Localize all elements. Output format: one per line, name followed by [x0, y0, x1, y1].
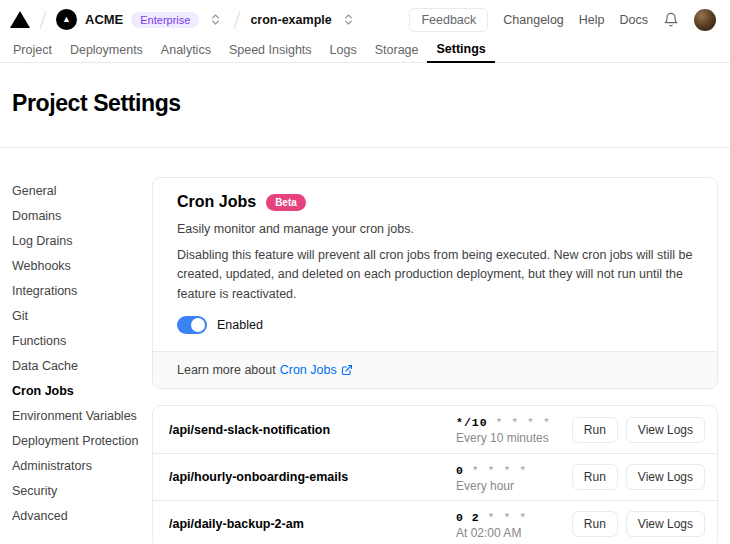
sidebar-item-functions[interactable]: Functions	[12, 329, 152, 354]
cron-expression: */10 * * * *	[456, 416, 551, 429]
cron-jobs-table: /api/send-slack-notification */10 * * * …	[152, 405, 718, 544]
cron-jobs-disable-note: Disabling this feature will prevent all …	[177, 246, 693, 304]
breadcrumb: ▲ ACME Enterprise cron-example	[10, 9, 357, 31]
tab-deployments[interactable]: Deployments	[61, 37, 152, 62]
team-avatar-icon: ▲	[56, 9, 77, 30]
enabled-toggle-row: Enabled	[177, 316, 693, 334]
view-logs-button[interactable]: View Logs	[626, 464, 705, 490]
notifications-bell-icon[interactable]	[663, 12, 679, 28]
table-row: /api/send-slack-notification */10 * * * …	[153, 406, 717, 453]
cron-job-path: /api/hourly-onboarding-emails	[169, 470, 456, 484]
help-link[interactable]: Help	[579, 13, 605, 27]
cron-job-schedule: */10 * * * * Every 10 minutes	[456, 414, 572, 445]
breadcrumb-slash	[37, 9, 49, 31]
top-bar: ▲ ACME Enterprise cron-example Feedback …	[0, 0, 730, 37]
user-avatar[interactable]	[694, 9, 716, 31]
sidebar-item-advanced[interactable]: Advanced	[12, 504, 152, 529]
view-logs-button[interactable]: View Logs	[626, 511, 705, 537]
cron-jobs-title-row: Cron Jobs Beta	[177, 193, 693, 211]
plan-badge: Enterprise	[131, 12, 199, 28]
sidebar-item-general[interactable]: General	[12, 179, 152, 204]
vercel-logo-icon[interactable]	[10, 11, 30, 28]
tab-speed-insights[interactable]: Speed Insights	[220, 37, 321, 62]
table-row: /api/daily-backup-2-am 0 2 * * * At 02:0…	[153, 500, 717, 544]
cron-jobs-card-body: Cron Jobs Beta Easily monitor and manage…	[153, 178, 717, 351]
project-tab-bar: Project Deployments Analytics Speed Insi…	[0, 37, 730, 63]
sidebar-item-security[interactable]: Security	[12, 479, 152, 504]
top-right-actions: Feedback Changelog Help Docs	[409, 8, 716, 32]
beta-badge: Beta	[266, 194, 306, 211]
sidebar-item-cron-jobs[interactable]: Cron Jobs	[12, 379, 152, 404]
cron-job-actions: Run View Logs	[572, 417, 705, 443]
run-button[interactable]: Run	[572, 464, 618, 490]
settings-sidebar: General Domains Log Drains Webhooks Inte…	[12, 177, 152, 529]
feedback-button[interactable]: Feedback	[409, 8, 488, 32]
tab-storage[interactable]: Storage	[366, 37, 428, 62]
view-logs-button[interactable]: View Logs	[626, 417, 705, 443]
tab-analytics[interactable]: Analytics	[152, 37, 220, 62]
learn-more-text: Learn more about	[177, 363, 276, 377]
cron-jobs-description: Easily monitor and manage your cron jobs…	[177, 222, 693, 236]
tab-project[interactable]: Project	[4, 37, 61, 62]
run-button[interactable]: Run	[572, 511, 618, 537]
cron-schedule-description: Every hour	[456, 479, 572, 493]
enabled-toggle-label: Enabled	[217, 318, 263, 332]
cron-jobs-card-footer: Learn more about Cron Jobs	[153, 351, 717, 388]
sidebar-item-data-cache[interactable]: Data Cache	[12, 354, 152, 379]
sidebar-item-domains[interactable]: Domains	[12, 204, 152, 229]
sidebar-item-deployment-protection[interactable]: Deployment Protection	[12, 429, 152, 454]
cron-expression: 0 * * * *	[456, 464, 527, 477]
sidebar-item-log-drains[interactable]: Log Drains	[12, 229, 152, 254]
page-title-section: Project Settings	[0, 63, 730, 148]
changelog-link[interactable]: Changelog	[503, 13, 563, 27]
table-row: /api/hourly-onboarding-emails 0 * * * * …	[153, 453, 717, 500]
cron-job-path: /api/daily-backup-2-am	[169, 517, 456, 531]
settings-content: General Domains Log Drains Webhooks Inte…	[0, 148, 730, 544]
cron-job-schedule: 0 * * * * Every hour	[456, 462, 572, 493]
sidebar-item-environment-variables[interactable]: Environment Variables	[12, 404, 152, 429]
cron-job-path: /api/send-slack-notification	[169, 423, 456, 437]
sidebar-item-integrations[interactable]: Integrations	[12, 279, 152, 304]
settings-main: Cron Jobs Beta Easily monitor and manage…	[152, 177, 718, 544]
external-link-icon	[341, 364, 353, 376]
breadcrumb-slash	[231, 9, 243, 31]
tab-settings[interactable]: Settings	[427, 37, 494, 63]
docs-link[interactable]: Docs	[620, 13, 648, 27]
sidebar-item-webhooks[interactable]: Webhooks	[12, 254, 152, 279]
cron-job-actions: Run View Logs	[572, 464, 705, 490]
cron-jobs-title: Cron Jobs	[177, 193, 256, 211]
toggle-knob	[191, 318, 205, 332]
sidebar-item-administrators[interactable]: Administrators	[12, 454, 152, 479]
page-title: Project Settings	[12, 90, 718, 117]
run-button[interactable]: Run	[572, 417, 618, 443]
cron-expression: 0 2 * * *	[456, 511, 527, 524]
cron-job-actions: Run View Logs	[572, 511, 705, 537]
enabled-toggle[interactable]	[177, 316, 207, 334]
team-selector-chevrons-icon[interactable]	[207, 13, 224, 26]
project-name: cron-example	[250, 13, 331, 27]
cron-schedule-description: At 02:00 AM	[456, 526, 572, 540]
cron-jobs-card: Cron Jobs Beta Easily monitor and manage…	[152, 177, 718, 389]
project-switcher[interactable]: cron-example	[250, 13, 356, 27]
team-name: ACME	[85, 12, 123, 27]
cron-jobs-docs-link[interactable]: Cron Jobs	[280, 363, 353, 377]
team-switcher[interactable]: ▲ ACME Enterprise	[56, 9, 224, 30]
sidebar-item-git[interactable]: Git	[12, 304, 152, 329]
cron-jobs-docs-link-label: Cron Jobs	[280, 363, 337, 377]
cron-schedule-description: Every 10 minutes	[456, 431, 572, 445]
tab-logs[interactable]: Logs	[321, 37, 366, 62]
cron-job-schedule: 0 2 * * * At 02:00 AM	[456, 509, 572, 540]
project-selector-chevrons-icon[interactable]	[340, 13, 357, 26]
